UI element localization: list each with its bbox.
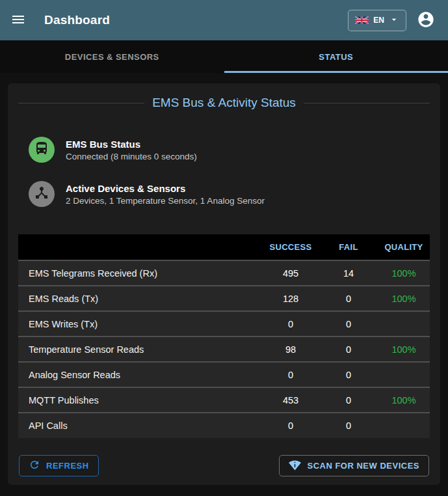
title-divider-left bbox=[18, 103, 144, 103]
row-success: 98 bbox=[262, 337, 319, 362]
scan-for-new-devices-button[interactable]: SCAN FOR NEW DEVICES bbox=[279, 455, 429, 476]
row-fail: 0 bbox=[319, 413, 378, 438]
status-card: EMS Bus & Activity Status EMS Bus Status… bbox=[8, 83, 440, 485]
row-fail: 0 bbox=[319, 311, 378, 337]
account-button[interactable] bbox=[413, 7, 439, 34]
scan-wifi-icon bbox=[289, 459, 301, 473]
status-table-header: SUCCESS FAIL QUALITY bbox=[18, 234, 430, 260]
row-fail: 0 bbox=[319, 387, 378, 413]
row-success: 0 bbox=[262, 311, 319, 337]
tab-bar: DEVICES & SENSORS STATUS bbox=[0, 40, 448, 73]
table-row: Analog Sensor Reads 0 0 bbox=[18, 362, 430, 387]
bus-icon bbox=[34, 141, 49, 159]
scan-button-label: SCAN FOR NEW DEVICES bbox=[307, 461, 419, 471]
row-success: 0 bbox=[262, 362, 319, 387]
status-table-body: EMS Telegrams Received (Rx) 495 14 100% … bbox=[18, 260, 430, 438]
row-name: API Calls bbox=[18, 413, 262, 438]
row-success: 453 bbox=[262, 387, 319, 413]
column-header-success: SUCCESS bbox=[262, 234, 319, 260]
row-fail: 0 bbox=[319, 337, 378, 362]
chevron-down-icon bbox=[389, 14, 399, 27]
item-subtitle: Connected (8 minutes 0 seconds) bbox=[66, 152, 197, 161]
app-header: Dashboard EN bbox=[0, 0, 448, 40]
table-row: MQTT Publishes 453 0 100% bbox=[18, 387, 430, 413]
uk-flag-icon bbox=[355, 16, 369, 24]
table-row: EMS Reads (Tx) 128 0 100% bbox=[18, 286, 430, 311]
active-devices-item: Active Devices & Sensors 2 Devices, 1 Te… bbox=[29, 181, 430, 207]
row-quality bbox=[378, 311, 430, 337]
row-success: 0 bbox=[262, 413, 319, 438]
row-quality bbox=[378, 413, 430, 438]
tab-status[interactable]: STATUS bbox=[224, 40, 448, 73]
column-header-fail: FAIL bbox=[319, 234, 378, 260]
card-title-row: EMS Bus & Activity Status bbox=[18, 95, 430, 111]
refresh-button[interactable]: REFRESH bbox=[19, 455, 99, 476]
card-footer: REFRESH SCAN FOR NEW DEVICES bbox=[18, 455, 430, 476]
title-divider-right bbox=[304, 103, 430, 103]
row-quality: 100% bbox=[378, 286, 430, 311]
refresh-button-label: REFRESH bbox=[46, 461, 89, 471]
status-table: SUCCESS FAIL QUALITY EMS Telegrams Recei… bbox=[18, 234, 430, 438]
account-icon bbox=[417, 10, 435, 31]
item-subtitle: 2 Devices, 1 Temperature Sensor, 1 Analo… bbox=[66, 196, 265, 206]
device-hub-icon bbox=[34, 185, 49, 203]
item-title: EMS Bus Status bbox=[66, 139, 197, 150]
row-quality bbox=[378, 362, 430, 387]
row-quality: 100% bbox=[378, 337, 430, 362]
menu-button[interactable] bbox=[7, 8, 30, 33]
table-row: API Calls 0 0 bbox=[18, 413, 430, 438]
refresh-icon bbox=[29, 459, 40, 473]
avatar bbox=[29, 137, 55, 163]
column-header-quality: QUALITY bbox=[378, 234, 430, 260]
active-devices-text: Active Devices & Sensors 2 Devices, 1 Te… bbox=[66, 183, 265, 206]
column-header-name bbox=[18, 234, 262, 260]
row-fail: 0 bbox=[319, 362, 378, 387]
row-name: MQTT Publishes bbox=[18, 387, 262, 413]
row-success: 495 bbox=[262, 260, 319, 286]
row-quality: 100% bbox=[378, 387, 430, 413]
language-code: EN bbox=[373, 16, 384, 25]
page-title: Dashboard bbox=[44, 13, 110, 27]
item-title: Active Devices & Sensors bbox=[66, 183, 265, 194]
menu-icon bbox=[10, 12, 26, 29]
card-title: EMS Bus & Activity Status bbox=[152, 96, 296, 110]
row-name: EMS Telegrams Received (Rx) bbox=[18, 260, 262, 286]
bus-status-item: EMS Bus Status Connected (8 minutes 0 se… bbox=[29, 137, 430, 163]
row-name: EMS Reads (Tx) bbox=[18, 286, 262, 311]
row-quality: 100% bbox=[378, 260, 430, 286]
row-fail: 0 bbox=[319, 286, 378, 311]
table-row: EMS Writes (Tx) 0 0 bbox=[18, 311, 430, 337]
avatar bbox=[29, 181, 55, 207]
row-success: 128 bbox=[262, 286, 319, 311]
table-row: EMS Telegrams Received (Rx) 495 14 100% bbox=[18, 260, 430, 286]
table-row: Temperature Sensor Reads 98 0 100% bbox=[18, 337, 430, 362]
language-selector[interactable]: EN bbox=[348, 10, 406, 31]
row-name: Temperature Sensor Reads bbox=[18, 337, 262, 362]
row-name: EMS Writes (Tx) bbox=[18, 311, 262, 337]
bus-status-text: EMS Bus Status Connected (8 minutes 0 se… bbox=[66, 139, 197, 161]
row-name: Analog Sensor Reads bbox=[18, 362, 262, 387]
row-fail: 14 bbox=[319, 260, 378, 286]
tab-devices-sensors[interactable]: DEVICES & SENSORS bbox=[0, 40, 224, 73]
